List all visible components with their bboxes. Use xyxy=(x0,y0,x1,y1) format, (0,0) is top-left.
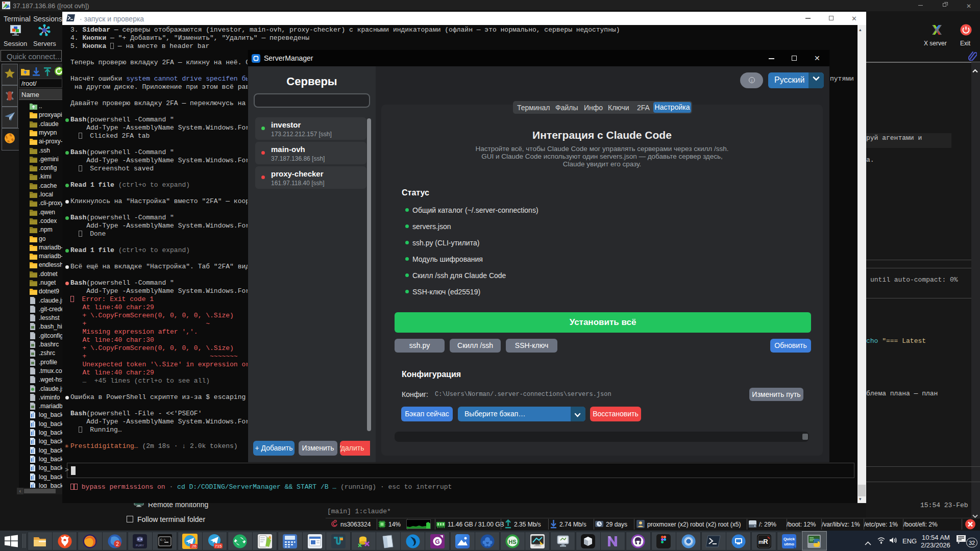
svg-text:.26: .26 xyxy=(191,544,196,548)
svg-text:utmo: utmo xyxy=(784,542,794,546)
svg-text:715: 715 xyxy=(215,544,222,548)
svg-text:G: G xyxy=(435,538,439,545)
svg-text:R: R xyxy=(763,538,768,545)
svg-text:C:\: C:\ xyxy=(160,538,166,542)
svg-text:FURY: FURY xyxy=(136,544,144,547)
svg-text:2: 2 xyxy=(116,541,119,547)
svg-text:Quick: Quick xyxy=(783,537,795,541)
svg-text:HS: HS xyxy=(508,539,516,545)
